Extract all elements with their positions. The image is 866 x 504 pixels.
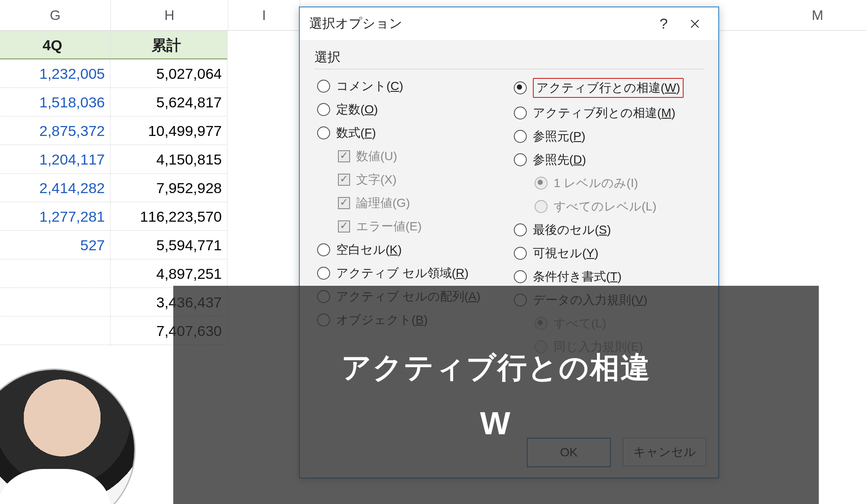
col-header-h[interactable]: H <box>111 0 228 30</box>
option-logical: 論理値(G) <box>315 195 507 211</box>
checkbox-icon <box>338 174 350 186</box>
dialog-title: 選択オプション <box>309 15 648 32</box>
option-text: 文字(X) <box>315 171 507 188</box>
cell-g-1[interactable]: 1,232,005 <box>0 59 110 88</box>
option-row-differences[interactable]: アクティブ行との相違(W) <box>511 78 704 98</box>
option-constants[interactable]: 定数(O) <box>315 101 507 118</box>
cell-h-1[interactable]: 5,027,064 <box>110 59 227 88</box>
option-errors: エラー値(E) <box>315 218 507 235</box>
cell-g-5[interactable]: 2,414,282 <box>0 174 110 202</box>
cell-g-7[interactable]: 527 <box>0 231 110 259</box>
caption-line-1: アクティブ行との相違 <box>341 348 651 388</box>
checkbox-icon <box>338 220 350 233</box>
radio-icon <box>514 247 527 260</box>
col-header-g[interactable]: G <box>0 0 111 30</box>
radio-icon <box>514 153 527 166</box>
cell-g-9[interactable] <box>0 288 110 317</box>
col-header-i[interactable]: I <box>228 0 300 30</box>
cell-h-2[interactable]: 5,624,817 <box>110 88 227 116</box>
radio-icon <box>317 80 330 93</box>
option-comments[interactable]: コメント(C) <box>315 78 507 94</box>
header-total[interactable]: 累計 <box>110 31 227 59</box>
option-one-level: 1 レベルのみ(I) <box>511 175 704 191</box>
radio-icon <box>317 267 330 280</box>
dialog-titlebar[interactable]: 選択オプション ? <box>300 7 718 40</box>
close-button[interactable] <box>679 11 710 37</box>
radio-icon <box>514 223 527 236</box>
header-4q[interactable]: 4Q <box>0 31 110 59</box>
cell-h-8[interactable]: 4,897,251 <box>110 259 227 288</box>
caption-line-2: W <box>480 405 512 442</box>
col-header-m[interactable]: M <box>768 0 866 30</box>
cell-h-6[interactable]: 116,223,570 <box>110 202 227 231</box>
option-precedents[interactable]: 参照元(P) <box>511 128 704 145</box>
cell-g-3[interactable]: 2,875,372 <box>0 116 110 145</box>
option-blanks[interactable]: 空白セル(K) <box>315 242 507 258</box>
cell-g-8[interactable] <box>0 259 110 288</box>
radio-icon <box>514 107 527 120</box>
option-column-differences[interactable]: アクティブ列との相違(M) <box>511 105 704 121</box>
close-icon <box>689 18 701 29</box>
option-visible-cells[interactable]: 可視セル(Y) <box>511 245 704 262</box>
cell-h-4[interactable]: 4,150,815 <box>110 145 227 174</box>
option-numbers: 数値(U) <box>315 148 507 165</box>
section-label-select: 選択 <box>315 48 704 69</box>
radio-icon <box>317 103 330 116</box>
avatar-collar <box>52 485 57 504</box>
cell-h-5[interactable]: 7,952,928 <box>110 174 227 202</box>
radio-icon <box>514 130 527 143</box>
cell-h-3[interactable]: 10,499,977 <box>110 116 227 145</box>
highlight-box: アクティブ行との相違(W) <box>533 78 684 98</box>
cell-h-7[interactable]: 5,594,771 <box>110 231 227 259</box>
option-current-region[interactable]: アクティブ セル領域(R) <box>315 265 507 281</box>
option-all-levels: すべてのレベル(L) <box>511 198 704 215</box>
radio-icon <box>535 177 548 190</box>
checkbox-icon <box>338 150 350 162</box>
caption-overlay: アクティブ行との相違 W <box>173 286 819 504</box>
option-dependents[interactable]: 参照先(D) <box>511 152 704 168</box>
radio-icon <box>514 81 527 94</box>
cell-g-10[interactable] <box>0 317 110 345</box>
cell-g-2[interactable]: 1,518,036 <box>0 88 110 116</box>
option-last-cell[interactable]: 最後のセル(S) <box>511 222 704 238</box>
cell-g-4[interactable]: 1,204,117 <box>0 145 110 174</box>
checkbox-icon <box>338 197 350 209</box>
radio-icon <box>535 200 548 213</box>
radio-icon <box>317 126 330 139</box>
radio-icon <box>317 243 330 256</box>
cell-g-6[interactable]: 1,277,281 <box>0 202 110 231</box>
option-formulas[interactable]: 数式(F) <box>315 125 507 141</box>
option-conditional-formats[interactable]: 条件付き書式(T) <box>511 268 704 285</box>
radio-icon <box>514 270 527 283</box>
help-button[interactable]: ? <box>648 11 679 37</box>
